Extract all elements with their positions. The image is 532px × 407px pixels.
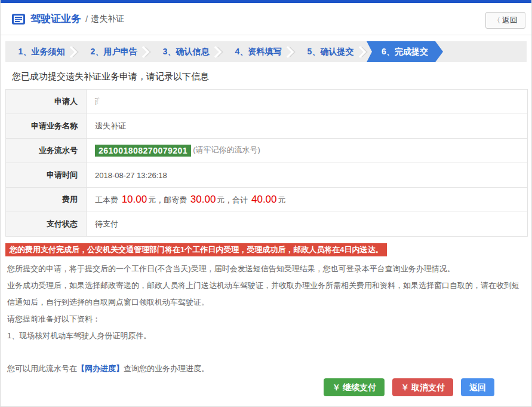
step-tab-4[interactable]: 4、资料填写 bbox=[222, 41, 294, 62]
table-row-applicant: 申请人 商 bbox=[6, 90, 528, 114]
service-name-value: 遗失补证 bbox=[87, 114, 528, 139]
step-label: 6、完成提交 bbox=[382, 47, 428, 57]
step-label: 5、确认提交 bbox=[307, 47, 354, 57]
fee-text: 合计 bbox=[232, 195, 250, 204]
page-header: 驾驶证业务 / 遗失补证 〈返回 bbox=[1, 3, 531, 35]
action-button-bar: ￥继续支付 ￥取消支付 返回 bbox=[324, 378, 494, 396]
fee-text: 元， bbox=[217, 195, 232, 204]
step-label: 2、用户申告 bbox=[91, 47, 137, 57]
table-row-time: 申请时间 2018-08-27 13:26:18 bbox=[6, 163, 528, 188]
online-progress-link[interactable]: 【网办进度】 bbox=[77, 364, 124, 373]
redaction-blur bbox=[99, 97, 127, 107]
applicant-value: 商 bbox=[87, 90, 528, 114]
serial-hint: (请牢记你的流水号) bbox=[193, 145, 260, 154]
serial-value-cell: 261001808270079201(请牢记你的流水号) bbox=[87, 139, 528, 163]
fee-text: 元 bbox=[278, 195, 286, 204]
serial-number-badge: 261001808270079201 bbox=[95, 145, 191, 157]
row-label: 申请时间 bbox=[6, 163, 87, 188]
step-label: 1、业务须知 bbox=[19, 47, 65, 57]
fee-value-cell: 工本费 10.00元，邮寄费 30.00元，合计 40.00元 bbox=[87, 188, 528, 212]
page: 驾驶证业务 / 遗失补证 〈返回 1、业务须知 2、用户申告 3、确认信息 4、… bbox=[0, 0, 532, 407]
cancel-payment-button[interactable]: ￥取消支付 bbox=[392, 378, 453, 396]
table-row-service: 申请业务名称 遗失补证 bbox=[6, 114, 528, 139]
application-info-table: 申请人 商 申请业务名称 遗失补证 业务流水号 2610018082700792… bbox=[5, 89, 528, 237]
row-label: 业务流水号 bbox=[6, 139, 87, 163]
notice-paragraph: 您所提交的申请，将于提交后的一个工作日(不含当天)受理，届时会发送短信告知受理结… bbox=[7, 261, 525, 277]
step-tab-3[interactable]: 3、确认信息 bbox=[150, 41, 222, 62]
step-wizard: 1、业务须知 2、用户申告 3、确认信息 4、资料填写 5、确认提交 6、完成提… bbox=[5, 41, 527, 62]
step-label: 3、确认信息 bbox=[163, 47, 210, 57]
breadcrumb-current: 遗失补证 bbox=[91, 14, 124, 25]
progress-prefix: 您可以用此流水号在 bbox=[7, 364, 77, 373]
row-label: 费用 bbox=[6, 188, 87, 212]
row-label: 支付状态 bbox=[6, 212, 87, 237]
table-row-status: 支付状态 待支付 bbox=[6, 212, 528, 237]
document-list-icon bbox=[12, 14, 25, 25]
step-tab-6-active[interactable]: 6、完成提交 bbox=[367, 41, 443, 62]
yen-icon: ￥ bbox=[401, 382, 409, 392]
return-button[interactable]: 返回 bbox=[461, 378, 494, 396]
yen-icon: ￥ bbox=[332, 382, 340, 392]
row-label: 申请人 bbox=[6, 90, 87, 114]
step-tab-1[interactable]: 1、业务须知 bbox=[5, 41, 78, 62]
progress-query-line: 您可以用此流水号在【网办进度】查询您的业务办理进度。 bbox=[7, 360, 525, 377]
success-message: 您已成功提交遗失补证业务申请，请记录以下信息 bbox=[12, 71, 531, 82]
delivery-warning-banner: 您的费用支付完成后，公安机关交通管理部门将在1个工作日内受理，受理成功后，邮政人… bbox=[5, 243, 387, 256]
notice-paragraph: 1、现场核对机动车驾驶人身份证明原件。 bbox=[7, 328, 525, 344]
fee-amount-work: 10.00 bbox=[121, 194, 149, 205]
fee-text: 元， bbox=[148, 195, 164, 204]
page-title: 驾驶证业务 bbox=[30, 12, 81, 26]
table-row-serial: 业务流水号 261001808270079201(请牢记你的流水号) bbox=[6, 139, 528, 163]
chevron-left-icon: 〈 bbox=[493, 16, 500, 25]
fee-text: 邮寄费 bbox=[164, 195, 189, 204]
apply-time-value: 2018-08-27 13:26:18 bbox=[87, 163, 528, 188]
header-back-label: 返回 bbox=[502, 16, 518, 25]
payment-status-value: 待支付 bbox=[87, 212, 528, 237]
cancel-payment-label: 取消支付 bbox=[411, 382, 445, 392]
fee-text: 工本费 bbox=[95, 195, 121, 204]
notice-paragraph: 请您提前准备好以下资料： bbox=[7, 311, 525, 328]
fee-amount-total: 40.00 bbox=[250, 194, 278, 205]
step-tab-5[interactable]: 5、确认提交 bbox=[294, 41, 367, 62]
row-label: 申请业务名称 bbox=[6, 114, 87, 139]
continue-payment-button[interactable]: ￥继续支付 bbox=[324, 378, 385, 396]
return-label: 返回 bbox=[469, 382, 486, 392]
header-back-button[interactable]: 〈返回 bbox=[485, 12, 525, 29]
table-row-fee: 费用 工本费 10.00元，邮寄费 30.00元，合计 40.00元 bbox=[6, 188, 528, 212]
step-label: 4、资料填写 bbox=[235, 47, 282, 57]
notice-block: 您所提交的申请，将于提交后的一个工作日(不含当天)受理，届时会发送短信告知受理结… bbox=[7, 261, 525, 377]
progress-suffix: 查询您的业务办理进度。 bbox=[124, 364, 209, 373]
step-tab-2[interactable]: 2、用户申告 bbox=[78, 41, 150, 62]
notice-paragraph: 业务成功受理后，如果选择邮政寄递的，邮政人员将上门送达机动车驾驶证，并收取办理业… bbox=[7, 277, 525, 311]
continue-payment-label: 继续支付 bbox=[343, 382, 376, 392]
breadcrumb-divider: / bbox=[85, 14, 88, 24]
fee-amount-post: 30.00 bbox=[189, 194, 217, 205]
